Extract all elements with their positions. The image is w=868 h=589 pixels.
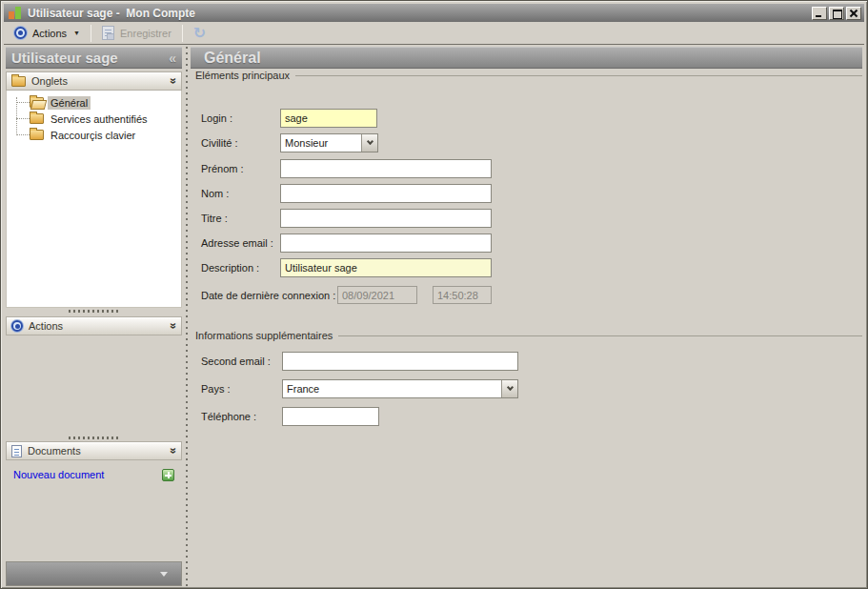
chevron-down-icon [506,384,513,391]
onglets-tree: Général Services authentifiés Raccourçis… [6,91,182,308]
section-legend: Eléments principaux [195,70,290,81]
sidebar-header-title: Utilisateur sage [11,50,118,66]
minimize-button[interactable] [812,7,827,20]
prenom-input[interactable] [280,159,492,178]
tree-item-raccourcis-clavier[interactable]: Raccourçis clavier [7,127,181,143]
tree-item-label: Services authentifiés [48,112,151,126]
telephone-input[interactable] [282,407,379,426]
open-folder-icon [30,97,44,108]
collapse-chevron-icon[interactable]: « [167,323,180,330]
civilite-label: Civilité : [201,137,238,149]
document-icon [11,445,22,457]
civilite-selected-value: Monsieur [281,137,361,149]
actions-menu-label: Actions [32,28,67,39]
legend-rule [338,335,862,336]
save-button[interactable]: Enregistrer [96,24,177,42]
derniere-connexion-time-field [433,286,492,304]
second-email-label: Second email : [201,355,271,367]
combo-arrow-button[interactable] [361,134,377,152]
toolbar-separator [91,25,91,42]
chevron-down-icon [366,138,373,145]
adresse-email-label: Adresse email : [201,237,273,249]
folder-icon [11,76,26,87]
sidebar-footer-bar[interactable] [6,561,182,586]
derniere-connexion-label: Date de dernière connexion : [201,290,335,301]
dropdown-caret-icon: ▼ [73,30,80,36]
folder-icon [30,130,44,140]
bullseye-icon [11,320,23,332]
onglets-panel-title: Onglets [31,75,68,87]
bullseye-icon [14,27,27,39]
collapse-chevron-icon[interactable]: « [167,448,180,455]
folder-icon [30,113,44,124]
tree-connector-line [16,97,17,135]
civilite-select[interactable]: Monsieur [280,133,378,152]
actions-panel-title: Actions [29,320,63,332]
window-title: Utilisateur sage - Mon Compte [28,7,812,20]
tree-item-label: Général [48,96,91,110]
main-header: Général [191,47,862,69]
login-label: Login : [201,112,232,124]
prenom-label: Prénom : [201,163,244,174]
tree-connector-stub [16,118,30,119]
onglets-panel-header[interactable]: Onglets « [6,71,182,91]
title-bar: Utilisateur sage - Mon Compte [4,4,864,22]
tree-item-services-authentifies[interactable]: Services authentifiés [7,111,181,127]
legend-rule [295,75,862,76]
new-document-link[interactable]: Nouveau document [13,469,104,480]
toolbar-separator [182,25,183,42]
toolbar: Actions ▼ Enregistrer ↻ [4,22,864,45]
actions-panel-header[interactable]: Actions « [6,316,182,335]
collapse-chevron-icon[interactable]: « [167,78,180,85]
section-legend: Informations supplémentaires [195,330,333,341]
refresh-icon: ↻ [193,26,206,41]
app-window: Utilisateur sage - Mon Compte Actions ▼ … [0,0,868,589]
section-elements-principaux: Eléments principaux [195,70,862,81]
adresse-email-input[interactable] [280,234,492,253]
actions-menu-button[interactable]: Actions ▼ [9,25,86,41]
tree-connector-stub [16,134,30,135]
sidebar-splitter-handle[interactable] [6,435,182,441]
sage-logo-icon [8,6,22,20]
documents-panel-header[interactable]: Documents « [6,441,182,460]
close-button[interactable] [846,7,861,20]
tree-connector-stub [16,102,30,103]
telephone-label: Téléphone : [201,411,256,422]
nom-input[interactable] [280,184,492,203]
chevron-down-icon [160,572,168,577]
description-label: Description : [201,262,259,274]
sidebar-collapse-icon[interactable]: « [169,51,176,66]
vertical-splitter-handle[interactable] [186,47,188,586]
titre-input[interactable] [280,209,492,228]
description-input[interactable] [280,258,492,277]
pays-label: Pays : [201,383,231,395]
second-email-input[interactable] [282,352,518,371]
tree-item-general[interactable]: Général [7,94,181,111]
add-document-icon[interactable] [162,469,174,481]
maximize-button[interactable] [829,7,844,20]
new-document-row: Nouveau document [6,465,182,484]
section-informations-supplementaires: Informations supplémentaires [195,330,862,341]
pays-selected-value: France [283,383,501,395]
save-button-label: Enregistrer [120,28,172,39]
save-icon [102,26,114,40]
login-input[interactable] [280,109,377,128]
combo-arrow-button[interactable] [501,380,517,397]
sidebar-splitter-handle[interactable] [6,308,182,315]
main-header-title: Général [204,50,261,67]
pays-select[interactable]: France [282,379,518,398]
refresh-button[interactable]: ↻ [188,24,212,43]
documents-panel-title: Documents [28,445,81,457]
derniere-connexion-date-field [337,286,417,304]
nom-label: Nom : [201,188,229,199]
titre-label: Titre : [201,213,228,224]
tree-item-label: Raccourçis clavier [48,129,138,142]
sidebar-header: Utilisateur sage « [6,47,182,69]
